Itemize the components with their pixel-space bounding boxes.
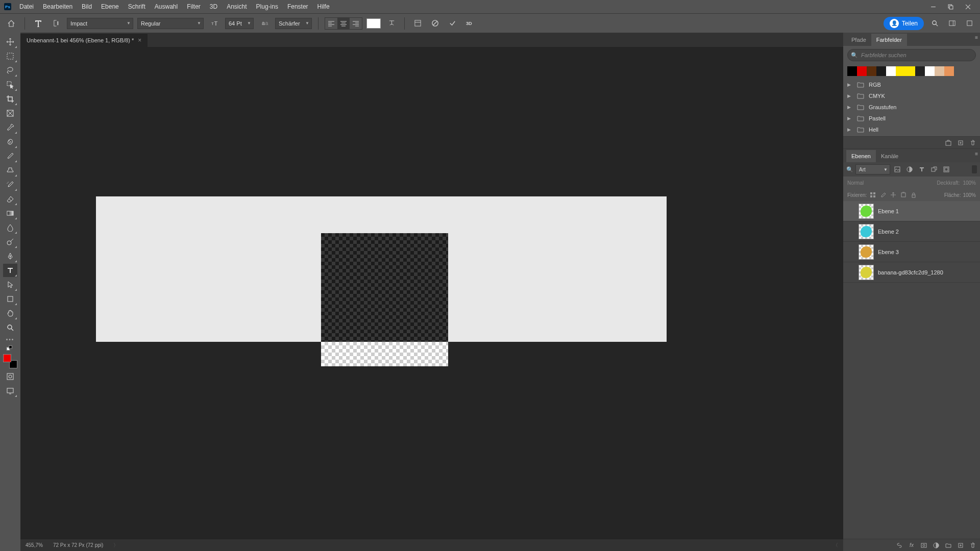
filter-toggle[interactable] [972,165,977,173]
path-select-tool[interactable] [3,278,17,291]
filter-adjust-icon[interactable] [904,164,915,174]
lock-pixels-icon[interactable] [869,191,877,199]
layer-item[interactable]: Ebene 3 [843,242,980,262]
close-tab-icon[interactable]: × [138,37,141,44]
lock-position-icon[interactable] [889,191,897,199]
menu-schrift[interactable]: Schrift [124,1,150,12]
type-tool[interactable] [3,264,17,277]
tab-layers[interactable]: Ebenen [846,150,876,162]
minimize-button[interactable] [925,1,941,13]
blend-mode-select[interactable]: Normal [847,180,934,186]
color-swatch[interactable] [886,66,896,76]
search-icon[interactable] [928,17,941,30]
align-center-button[interactable] [337,18,350,29]
home-icon[interactable] [4,16,18,31]
swatch-folder[interactable]: ▶Graustufen [843,102,980,113]
gradient-tool[interactable] [3,207,17,220]
layer-name[interactable]: banana-gd83cfc2d9_1280 [878,269,943,276]
menu-bearbeiten[interactable]: Bearbeiten [39,1,77,12]
swatch-folder[interactable]: ▶Pastell [843,113,980,124]
filter-pixel-icon[interactable] [892,164,902,174]
swatch-new-icon[interactable] [957,139,965,147]
color-picker[interactable] [2,353,18,369]
color-swatch[interactable] [857,66,867,76]
layer-item[interactable]: banana-gd83cfc2d9_1280 [843,262,980,283]
layer-mask-icon[interactable] [920,541,928,549]
eyedropper-tool[interactable] [3,121,17,134]
menu-ansicht[interactable]: Ansicht [223,1,251,12]
eraser-tool[interactable] [3,192,17,206]
color-swatch[interactable] [925,66,935,76]
screenmode-tool[interactable] [3,384,17,397]
workspace-icon[interactable] [945,17,959,30]
quickmask-tool[interactable] [3,370,17,383]
panel-menu-icon[interactable]: ≡ [975,151,978,157]
font-size-select[interactable]: 64 Pt▼ [225,18,254,29]
layer-name[interactable]: Ebene 3 [878,249,899,255]
menu-ebene[interactable]: Ebene [97,1,123,12]
swatch-search-input[interactable]: 🔍 Farbfelder suchen [847,49,976,61]
pen-tool[interactable] [3,249,17,263]
healing-tool[interactable] [3,135,17,148]
lock-artboard-icon[interactable] [899,191,908,199]
fill-value[interactable]: 100% [963,192,976,198]
scroll-left-icon[interactable]: 〈 [833,542,838,549]
new-layer-icon[interactable] [957,541,965,549]
swatch-folder[interactable]: ▶CMYK [843,90,980,102]
color-swatch[interactable] [867,66,876,76]
panel-menu-icon[interactable]: ≡ [975,35,978,40]
visibility-toggle[interactable] [846,228,854,236]
dodge-tool[interactable] [3,235,17,248]
swatch-delete-icon[interactable] [969,139,977,147]
color-swatch[interactable] [905,66,915,76]
align-left-button[interactable] [325,18,337,29]
tab-channels[interactable]: Kanäle [876,150,903,162]
menu-fenster[interactable]: Fenster [283,1,312,12]
filter-shape-icon[interactable] [929,164,939,174]
visibility-toggle[interactable] [846,268,854,277]
color-swap-mini[interactable] [3,344,17,352]
share-button[interactable]: 👤Teilen [884,17,924,30]
hand-tool[interactable] [3,307,17,320]
font-weight-select[interactable]: Regular▼ [137,18,204,29]
move-tool[interactable] [3,35,17,48]
menu-plugins[interactable]: Plug-ins [252,1,282,12]
zoom-level[interactable]: 455,7% [26,542,43,548]
clone-stamp-tool[interactable] [3,164,17,177]
menu-bild[interactable]: Bild [78,1,96,12]
filter-type-icon[interactable] [917,164,927,174]
close-button[interactable] [960,1,976,13]
text-orientation-icon[interactable] [50,17,63,30]
swatch-folder[interactable]: ▶Hell [843,124,980,135]
group-icon[interactable] [944,541,952,549]
text-color-swatch[interactable] [366,18,381,29]
canvas-workspace[interactable] [20,47,843,539]
fg-color-swatch[interactable] [3,354,11,362]
layer-item[interactable]: Ebene 2 [843,221,980,242]
menu-filter[interactable]: Filter [183,1,205,12]
delete-layer-icon[interactable] [969,541,977,549]
history-brush-tool[interactable] [3,178,17,191]
layer-thumbnail[interactable] [859,244,874,260]
lock-brush-icon[interactable] [879,191,887,199]
lock-all-icon[interactable] [910,191,918,199]
align-right-button[interactable] [350,18,362,29]
edit-toolbar-icon[interactable]: ••• [3,335,17,344]
zoom-tool[interactable] [3,321,17,334]
color-swatch[interactable] [935,66,944,76]
color-swatch[interactable] [876,66,886,76]
quick-select-tool[interactable] [3,78,17,91]
swatch-import-icon[interactable] [944,139,952,147]
layer-name[interactable]: Ebene 2 [878,229,899,235]
visibility-toggle[interactable] [846,207,854,215]
brush-tool[interactable] [3,149,17,163]
swatch-folder[interactable]: ▶RGB [843,79,980,90]
layer-kind-select[interactable]: Art▼ [855,164,890,174]
commit-icon[interactable] [446,17,459,30]
menu-hilfe[interactable]: Hilfe [313,1,334,12]
color-swatch[interactable] [896,66,905,76]
marquee-tool[interactable] [3,49,17,63]
tab-paths[interactable]: Pfade [846,34,871,46]
layer-thumbnail[interactable] [859,265,874,280]
link-layers-icon[interactable] [895,541,903,549]
